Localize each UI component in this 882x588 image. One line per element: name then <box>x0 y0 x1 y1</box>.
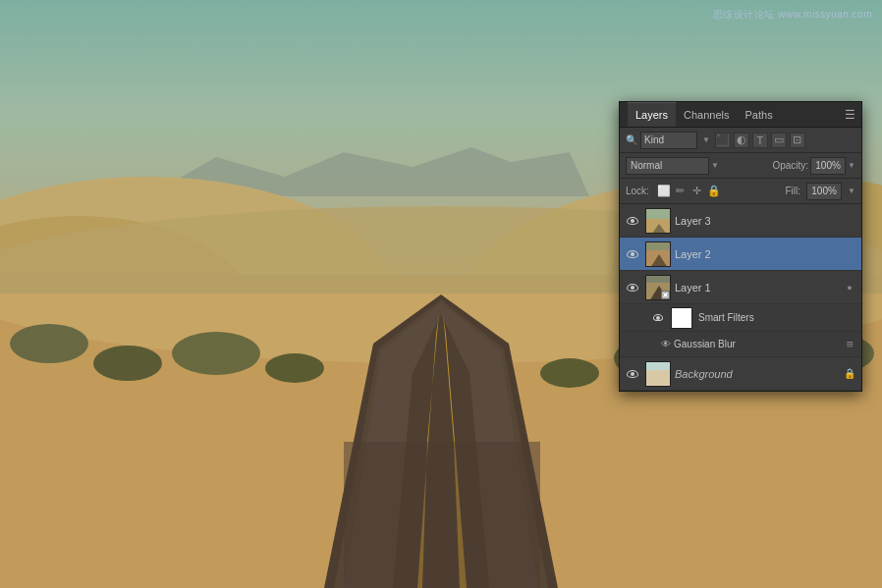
watermark: 思综设计论坛 www.missyuan.com <box>713 8 872 22</box>
lock-image-btn[interactable]: ✏ <box>674 185 688 197</box>
layer2-name: Layer 2 <box>675 248 842 260</box>
gaussian-blur-options-icon[interactable]: ≡ <box>846 337 854 351</box>
filter-kind-select[interactable]: Kind Name Effect Mode Attribute Color Sm… <box>640 132 697 149</box>
smart-filters-visibility[interactable] <box>649 309 667 327</box>
layer2-visibility[interactable] <box>624 245 641 263</box>
background-lock-icon: 🔒 <box>842 368 857 379</box>
fill-dropdown-arrow: ▼ <box>848 187 855 195</box>
layer2-thumbnail <box>645 241 671 267</box>
layer3-visibility[interactable] <box>624 212 641 230</box>
smart-object-badge <box>661 291 670 299</box>
gaussian-blur-name: Gaussian Blur <box>674 339 846 349</box>
layer3-thumbnail <box>645 208 671 234</box>
gaussian-eye-icon[interactable]: 👁 <box>661 339 671 349</box>
svg-rect-40 <box>646 362 671 370</box>
opacity-label: Opacity: <box>772 160 808 171</box>
filter-pixel-icon[interactable]: ⬛ <box>715 133 731 148</box>
search-icon: 🔍 <box>626 134 637 145</box>
watermark-text: 思综设计论坛 www.missyuan.com <box>713 9 872 20</box>
lock-all-btn[interactable]: 🔒 <box>707 185 721 197</box>
blend-mode-select[interactable]: Normal Dissolve Multiply Screen Overlay … <box>626 157 709 175</box>
layer1-thumbnail <box>645 275 671 300</box>
filter-adj-icon[interactable]: ◐ <box>734 133 749 148</box>
layer3-name: Layer 3 <box>675 215 842 227</box>
background-thumbnail <box>645 361 671 387</box>
layer-row-layer3[interactable]: Layer 3 <box>620 204 861 238</box>
fill-input[interactable] <box>806 183 842 200</box>
svg-rect-34 <box>646 276 671 283</box>
lock-label: Lock: <box>626 186 649 196</box>
layer1-name: Layer 1 <box>675 282 842 294</box>
lock-transparent-btn[interactable]: ⬜ <box>657 185 671 197</box>
lock-position-btn[interactable]: ✛ <box>690 185 704 197</box>
layer1-visibility[interactable] <box>624 279 641 296</box>
panel-menu-icon[interactable]: ☰ <box>845 108 855 122</box>
filter-row: 🔍 Kind Name Effect Mode Attribute Color … <box>620 128 861 153</box>
svg-rect-41 <box>646 370 671 387</box>
smart-filters-name: Smart Filters <box>698 312 857 323</box>
smart-filters-thumbnail <box>671 307 692 329</box>
filter-dropdown-arrow: ▼ <box>702 135 710 144</box>
filter-icons-row: ⬛ ◐ T ▭ ⊡ <box>715 133 805 148</box>
layer1-right-icon: ● <box>842 283 857 293</box>
svg-rect-30 <box>646 242 671 250</box>
opacity-input[interactable] <box>810 157 846 175</box>
tab-paths[interactable]: Paths <box>738 102 781 127</box>
svg-rect-26 <box>646 209 671 219</box>
fill-label: Fill: <box>786 186 801 196</box>
svg-rect-38 <box>664 294 667 296</box>
background-name: Background <box>675 368 842 380</box>
filter-smart-icon[interactable]: ⊡ <box>790 133 805 148</box>
layers-list: Layer 3 Layer 2 <box>620 204 861 391</box>
tab-channels[interactable]: Channels <box>676 102 737 127</box>
panel-tabs: Layers Channels Paths ☰ <box>620 102 861 128</box>
opacity-dropdown-arrow: ▼ <box>848 161 855 170</box>
layer-row-gaussian-blur[interactable]: 👁 Gaussian Blur ≡ <box>620 332 861 357</box>
lock-row: Lock: ⬜ ✏ ✛ 🔒 Fill: ▼ <box>620 179 861 204</box>
layer-row-smart-filters[interactable]: Smart Filters <box>620 304 861 332</box>
layer-row-layer1[interactable]: Layer 1 ● <box>620 271 861 304</box>
lock-icons-group: ⬜ ✏ ✛ 🔒 <box>657 185 721 197</box>
background-visibility[interactable] <box>624 365 641 383</box>
filter-shape-icon[interactable]: ▭ <box>771 133 787 148</box>
tab-layers[interactable]: Layers <box>628 102 676 127</box>
blend-opacity-row: Normal Dissolve Multiply Screen Overlay … <box>620 153 861 179</box>
blend-dropdown-arrow: ▼ <box>711 161 719 170</box>
layers-panel: Layers Channels Paths ☰ 🔍 Kind Name Effe… <box>619 101 862 392</box>
layer-row-background[interactable]: Background 🔒 <box>620 357 861 391</box>
filter-type-icon[interactable]: T <box>752 133 768 148</box>
layer-row-layer2[interactable]: Layer 2 <box>620 238 861 271</box>
